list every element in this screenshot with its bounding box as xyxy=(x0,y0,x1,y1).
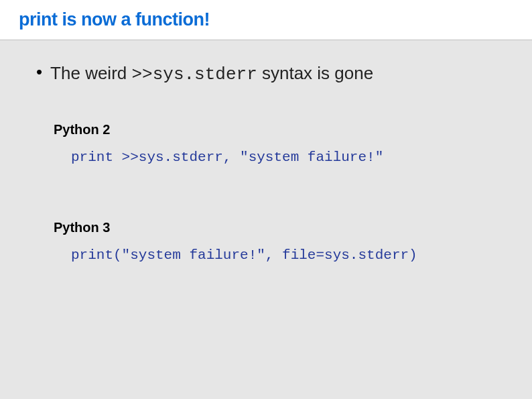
slide-content: • The weird >>sys.stderr syntax is gone … xyxy=(0,40,532,263)
bullet-text-prefix: The weird xyxy=(50,63,131,83)
example-python3: Python 3 print("system failure!", file=s… xyxy=(54,220,532,263)
bullet-marker: • xyxy=(36,63,42,80)
code-line: print >>sys.stderr, "system failure!" xyxy=(71,150,532,165)
slide-title: print is now a function! xyxy=(19,9,532,30)
example-label: Python 3 xyxy=(54,220,532,235)
bullet-text: The weird >>sys.stderr syntax is gone xyxy=(50,63,373,84)
inline-code: >>sys.stderr xyxy=(132,64,257,84)
slide-header: print is now a function! xyxy=(0,0,532,40)
bullet-point: • The weird >>sys.stderr syntax is gone xyxy=(36,63,532,84)
code-line: print("system failure!", file=sys.stderr… xyxy=(71,247,532,263)
example-label: Python 2 xyxy=(54,122,532,137)
bullet-text-suffix: syntax is gone xyxy=(257,63,373,83)
example-python2: Python 2 print >>sys.stderr, "system fai… xyxy=(54,122,532,165)
